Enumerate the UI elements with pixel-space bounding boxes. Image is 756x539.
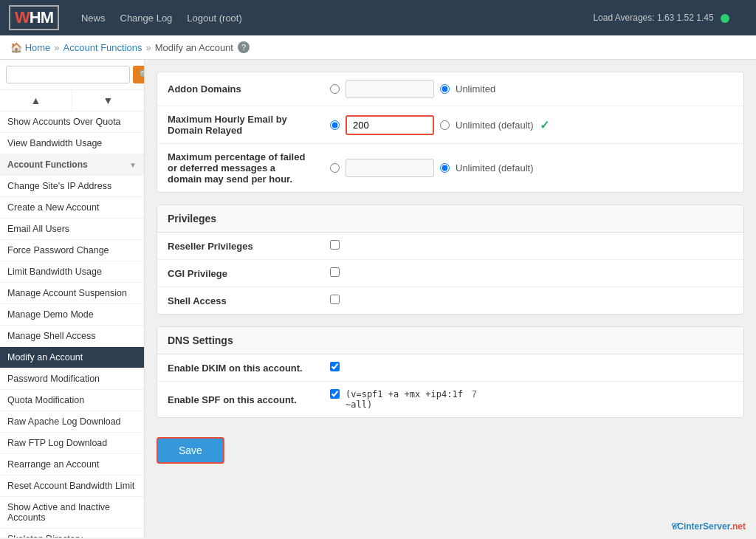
sidebar-item-18[interactable]: Show Active and Inactive Accounts [0, 497, 144, 529]
max-hourly-email-input-group: Unlimited (default) ✓ [330, 115, 733, 135]
privilege-checkbox-input-0[interactable] [330, 240, 340, 250]
max-failed-deferred-unlimited-label: Unlimited (default) [456, 162, 534, 174]
check-green-icon: ✓ [540, 118, 549, 132]
max-failed-deferred-radio-custom[interactable] [330, 163, 340, 173]
sidebar: 🔍 ▲ ▼ Show Accounts Over QuotaView Bandw… [0, 60, 145, 538]
privilege-row-2: Shell Access [157, 287, 743, 314]
dns-settings-title: DNS Settings [157, 327, 743, 354]
sidebar-item-2: Account Functions▼ [0, 154, 144, 176]
dns-rows-container: Enable DKIM on this account. Enable SPF … [157, 354, 743, 417]
sidebar-item-5[interactable]: Email All Users [0, 219, 144, 240]
sidebar-item-17[interactable]: Reset Account Bandwidth Limit [0, 476, 144, 497]
whm-logo: WHM [9, 5, 59, 30]
dns-spf-checkbox[interactable] [330, 389, 340, 399]
addon-domains-text-input[interactable] [346, 80, 434, 98]
chevron-down-icon: ▼ [129, 161, 137, 169]
status-indicator [721, 14, 729, 23]
dns-dkim-checkbox[interactable] [330, 362, 340, 371]
sidebar-item-7[interactable]: Limit Bandwidth Usage [0, 261, 144, 283]
breadcrumb-account-functions[interactable]: Account Functions [63, 42, 142, 53]
privilege-label-2: Shell Access [168, 295, 330, 306]
help-icon[interactable]: ? [238, 41, 250, 53]
sidebar-item-1[interactable]: View Bandwidth Usage [0, 133, 144, 154]
sidebar-nav-arrows: ▲ ▼ [0, 90, 144, 111]
max-failed-deferred-radio-unlimited[interactable] [440, 163, 450, 173]
max-hourly-email-text-input[interactable] [346, 115, 434, 135]
privilege-row-1: CGI Privilege [157, 260, 743, 287]
sidebar-item-15[interactable]: Raw FTP Log Download [0, 433, 144, 454]
breadcrumb-home[interactable]: Home [25, 42, 51, 53]
sidebar-item-9[interactable]: Manage Demo Mode [0, 304, 144, 326]
dns-spf-number: 7 [472, 389, 477, 399]
breadcrumb: 🏠 Home » Account Functions » Modify an A… [0, 35, 756, 60]
breadcrumb-current: Modify an Account [155, 42, 233, 53]
addon-domains-label: Addon Domains [157, 72, 320, 106]
privilege-row-0: Reseller Privileges [157, 233, 743, 260]
sidebar-item-0[interactable]: Show Accounts Over Quota [0, 111, 144, 133]
main-content-area: Addon Domains Unlimited Maximum Hourly E… [145, 60, 756, 538]
max-hourly-email-row: Maximum Hourly Email by Domain Relayed U… [157, 106, 743, 144]
search-input[interactable] [6, 66, 130, 83]
save-button[interactable]: Save [157, 437, 224, 464]
dns-label-0: Enable DKIM on this account. [168, 363, 330, 374]
max-failed-deferred-label: Maximum percentage of failed or deferred… [157, 144, 320, 193]
scroll-down-button[interactable]: ▼ [72, 90, 144, 111]
privileges-section: Privileges Reseller Privileges CGI Privi… [157, 205, 744, 315]
sidebar-item-8[interactable]: Manage Account Suspension [0, 283, 144, 304]
home-icon: 🏠 [10, 42, 22, 53]
privilege-checkbox-2[interactable] [330, 295, 340, 306]
privilege-checkbox-1[interactable] [330, 267, 340, 279]
addon-domains-row: Addon Domains Unlimited [157, 72, 743, 106]
addon-domains-radio-unlimited[interactable] [440, 84, 450, 94]
sidebar-item-19[interactable]: Skeleton Directory [0, 529, 144, 538]
main-layout: 🔍 ▲ ▼ Show Accounts Over QuotaView Bandw… [0, 60, 756, 538]
addon-domains-section: Addon Domains Unlimited Maximum Hourly E… [157, 72, 744, 193]
privileges-rows-container: Reseller Privileges CGI Privilege Shell … [157, 233, 743, 314]
max-hourly-email-radio-unlimited[interactable] [440, 120, 450, 130]
dns-row-1: Enable SPF on this account. (v=spf1 +a +… [157, 382, 743, 417]
sidebar-item-6[interactable]: Force Password Change [0, 240, 144, 261]
max-hourly-email-label: Maximum Hourly Email by Domain Relayed [157, 106, 320, 144]
sidebar-items-container: Show Accounts Over QuotaView Bandwidth U… [0, 111, 144, 538]
sidebar-item-14[interactable]: Raw Apache Log Download [0, 411, 144, 433]
sidebar-item-3[interactable]: Change Site's IP Address [0, 176, 144, 197]
privilege-checkbox-input-1[interactable] [330, 267, 340, 277]
interserver-brand: 𝒞CinterServer [670, 521, 729, 532]
load-averages: Load Averages: 1.63 1.52 1.45 [593, 13, 729, 23]
max-failed-deferred-input-group: Unlimited (default) [330, 159, 733, 177]
privileges-title: Privileges [157, 205, 743, 233]
dns-control-1: (v=spf1 +a +mx +ip4:1f~all) 7 [330, 389, 477, 410]
sidebar-item-10[interactable]: Manage Shell Access [0, 326, 144, 347]
scroll-up-button[interactable]: ▲ [0, 90, 72, 111]
privilege-checkbox-input-2[interactable] [330, 295, 340, 304]
max-failed-deferred-text-input[interactable] [346, 159, 434, 177]
dns-row-0: Enable DKIM on this account. [157, 354, 743, 382]
top-navigation: WHM News Change Log Logout (root) Load A… [0, 0, 756, 35]
dns-label-1: Enable SPF on this account. [168, 394, 330, 405]
dns-control-0 [330, 362, 340, 374]
sidebar-search-bar: 🔍 [0, 60, 144, 90]
dns-spf-value: (v=spf1 +a +mx +ip4:1f~all) 7 [330, 389, 477, 410]
addon-domains-unlimited-label: Unlimited [456, 83, 495, 95]
interserver-logo: 𝒞CinterServer.net [670, 521, 746, 532]
save-section: Save [157, 430, 744, 471]
max-hourly-email-unlimited-label: Unlimited (default) [456, 120, 534, 131]
nav-logout[interactable]: Logout (root) [187, 13, 241, 24]
dns-spf-code: (v=spf1 +a +mx +ip4:1f~all) [346, 389, 463, 410]
privilege-label-0: Reseller Privileges [168, 241, 330, 252]
search-button[interactable]: 🔍 [133, 66, 145, 83]
addon-domains-radio-custom[interactable] [330, 84, 340, 94]
privilege-label-1: CGI Privilege [168, 268, 330, 279]
max-failed-deferred-row: Maximum percentage of failed or deferred… [157, 144, 743, 193]
sidebar-item-11[interactable]: Modify an Account [0, 347, 144, 368]
sidebar-item-16[interactable]: Rearrange an Account [0, 454, 144, 476]
sidebar-item-4[interactable]: Create a New Account [0, 197, 144, 219]
sidebar-item-13[interactable]: Quota Modification [0, 390, 144, 411]
nav-changelog[interactable]: Change Log [120, 13, 173, 24]
max-hourly-email-radio-custom[interactable] [330, 120, 340, 130]
nav-news[interactable]: News [81, 13, 106, 24]
privilege-checkbox-0[interactable] [330, 240, 340, 252]
sidebar-item-12[interactable]: Password Modification [0, 368, 144, 390]
addon-domains-input-group: Unlimited [330, 80, 733, 98]
dns-settings-section: DNS Settings Enable DKIM on this account… [157, 326, 744, 418]
